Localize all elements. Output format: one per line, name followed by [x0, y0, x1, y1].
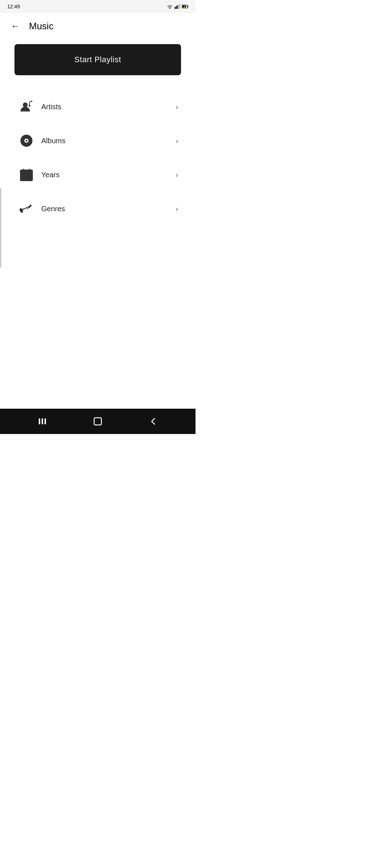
- menu-list: Artists › Albums ›: [14, 90, 181, 226]
- back-button[interactable]: ←: [9, 20, 22, 33]
- svg-point-20: [28, 207, 29, 208]
- years-chevron-icon: ›: [176, 171, 178, 179]
- svg-point-9: [23, 102, 28, 107]
- bottom-nav: [0, 409, 196, 434]
- svg-text:⚡: ⚡: [183, 5, 186, 8]
- svg-rect-1: [176, 6, 176, 9]
- svg-rect-3: [178, 4, 179, 9]
- status-icons: ⚡: [167, 4, 188, 9]
- svg-point-10: [29, 105, 30, 107]
- recent-apps-button[interactable]: [31, 410, 53, 432]
- back-arrow-icon: ←: [11, 22, 20, 30]
- status-time: 12:49: [7, 4, 20, 9]
- artists-chevron-icon: ›: [176, 103, 178, 111]
- home-icon: [93, 416, 103, 426]
- artist-icon: [17, 98, 35, 116]
- svg-point-21: [27, 208, 28, 209]
- svg-rect-18: [25, 175, 28, 178]
- wifi-icon: [167, 4, 173, 9]
- album-icon: [17, 132, 35, 150]
- menu-item-genres[interactable]: Genres ›: [14, 192, 181, 226]
- status-bar: 12:49 ⚡: [0, 0, 196, 13]
- header: ← Music: [0, 13, 196, 37]
- menu-item-artists[interactable]: Artists ›: [14, 90, 181, 124]
- svg-point-19: [19, 208, 24, 213]
- svg-rect-23: [42, 418, 43, 424]
- start-playlist-button[interactable]: Start Playlist: [14, 44, 181, 75]
- albums-chevron-icon: ›: [176, 137, 178, 145]
- scroll-indicator: [0, 188, 1, 268]
- artists-label: Artists: [41, 103, 176, 111]
- svg-rect-2: [177, 5, 177, 9]
- page-title: Music: [29, 21, 54, 32]
- svg-point-13: [26, 140, 28, 142]
- recent-apps-icon: [37, 416, 47, 426]
- svg-rect-4: [179, 4, 180, 9]
- years-icon: [17, 166, 35, 184]
- battery-icon: ⚡: [182, 4, 188, 9]
- menu-item-years[interactable]: Years ›: [14, 158, 181, 192]
- years-label: Years: [41, 171, 176, 179]
- home-button[interactable]: [87, 410, 109, 432]
- svg-rect-6: [188, 6, 188, 8]
- content-area: Start Playlist Artists ›: [0, 37, 196, 233]
- svg-rect-0: [175, 7, 175, 9]
- svg-rect-25: [94, 418, 101, 425]
- menu-item-albums[interactable]: Albums ›: [14, 124, 181, 158]
- genres-chevron-icon: ›: [176, 205, 178, 213]
- svg-rect-22: [39, 418, 40, 424]
- signal-icon: [175, 4, 180, 9]
- svg-rect-24: [45, 418, 46, 424]
- back-nav-icon: [148, 416, 158, 426]
- genres-icon: [17, 200, 35, 218]
- albums-label: Albums: [41, 137, 176, 145]
- back-nav-button[interactable]: [142, 410, 164, 432]
- genres-label: Genres: [41, 205, 176, 213]
